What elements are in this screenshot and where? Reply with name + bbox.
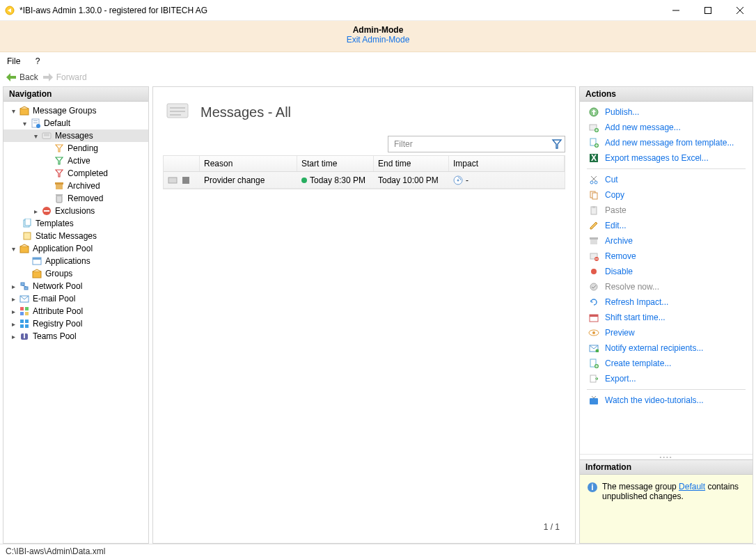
- tree-static-messages[interactable]: Static Messages: [3, 230, 148, 242]
- svg-rect-16: [56, 184, 63, 189]
- svg-rect-69: [590, 237, 598, 239]
- action-export-excel[interactable]: XExport messages to Excel...: [580, 150, 753, 166]
- info-default-link[interactable]: Default: [679, 482, 705, 491]
- tree-network-pool[interactable]: ▸ Network Pool: [3, 280, 148, 292]
- tree-email-pool[interactable]: ▸ E-mail Pool: [3, 292, 148, 305]
- column-start[interactable]: Start time: [297, 156, 374, 171]
- panel-resize-handle[interactable]: ••••: [580, 454, 753, 459]
- menu-bar: File ?: [0, 52, 756, 70]
- back-label: Back: [19, 72, 38, 82]
- funnel-icon[interactable]: [551, 139, 562, 150]
- svg-rect-20: [44, 210, 49, 212]
- network-icon: [19, 281, 30, 292]
- action-add-from-template[interactable]: Add new message from template...: [580, 135, 753, 150]
- cell-reason: Provider change: [200, 174, 297, 187]
- table-row[interactable]: Provider change Today 8:30 PM Today 10:0…: [164, 172, 565, 189]
- action-disable[interactable]: Disable: [580, 264, 753, 279]
- teams-icon: T: [19, 331, 30, 342]
- tree-templates[interactable]: Templates: [3, 217, 148, 230]
- action-add-message[interactable]: Add new message...: [580, 120, 753, 135]
- chevron-down-icon[interactable]: ▾: [9, 107, 17, 115]
- minimize-button[interactable]: [660, 0, 692, 21]
- chevron-right-icon[interactable]: ▸: [31, 207, 40, 215]
- action-copy[interactable]: Copy: [580, 187, 753, 203]
- info-text: The message group Default contains unpub…: [602, 482, 746, 501]
- tree-groups[interactable]: Groups: [3, 267, 148, 280]
- tree-message-groups[interactable]: ▾ Message Groups: [3, 104, 148, 117]
- column-reason[interactable]: Reason: [200, 156, 297, 171]
- svg-line-89: [594, 396, 596, 398]
- tree-attribute-pool[interactable]: ▸ Attribute Pool: [3, 305, 148, 317]
- action-publish[interactable]: Publish...: [580, 104, 753, 120]
- tree-removed[interactable]: Removed: [3, 192, 148, 205]
- chevron-right-icon[interactable]: ▸: [9, 295, 17, 303]
- filter-input[interactable]: [388, 136, 565, 152]
- tree-registry-pool[interactable]: ▸ Registry Pool: [3, 317, 148, 330]
- mail-icon: [19, 293, 30, 304]
- action-notify-external[interactable]: Notify external recipients...: [580, 340, 753, 356]
- tree-teams-pool[interactable]: ▸ T Teams Pool: [3, 330, 148, 343]
- nav-toolbar: Back Forward: [0, 70, 756, 86]
- tree-archived[interactable]: Archived: [3, 180, 148, 192]
- tree-label: Network Pool: [33, 281, 82, 291]
- action-create-template[interactable]: Create template...: [580, 356, 753, 371]
- chevron-right-icon[interactable]: ▸: [9, 333, 17, 340]
- chevron-right-icon[interactable]: ▸: [9, 320, 17, 328]
- tree-applications[interactable]: Applications: [3, 255, 148, 267]
- tree-label: Exclusions: [55, 206, 95, 216]
- tree-label: Messages: [55, 131, 93, 141]
- navigation-tree[interactable]: ▾ Message Groups ▾ Default ▾ Messages Pe…: [3, 102, 148, 543]
- action-cut[interactable]: Cut: [580, 172, 753, 187]
- column-impact[interactable]: Impact: [449, 156, 565, 171]
- menu-help[interactable]: ?: [36, 56, 40, 66]
- action-watch-video[interactable]: Watch the video-tutorials...: [580, 393, 753, 408]
- tree-label: Pending: [68, 143, 98, 153]
- tree-application-pool[interactable]: ▾ Application Pool: [3, 242, 148, 255]
- action-preview[interactable]: Preview: [580, 325, 753, 340]
- chevron-down-icon[interactable]: ▾: [9, 245, 17, 253]
- action-edit[interactable]: Edit...: [580, 218, 753, 233]
- action-resolve-now: Resolve now...: [580, 279, 753, 294]
- status-dot-icon: [301, 178, 307, 183]
- chevron-right-icon[interactable]: ▸: [9, 283, 17, 290]
- svg-rect-46: [168, 178, 177, 183]
- svg-rect-33: [25, 307, 29, 310]
- action-export[interactable]: Export...: [580, 371, 753, 386]
- tree-pending[interactable]: Pending: [3, 142, 148, 155]
- svg-rect-26: [33, 258, 41, 260]
- svg-rect-68: [592, 206, 595, 208]
- action-shift-start[interactable]: Shift start time...: [580, 310, 753, 325]
- close-button[interactable]: [724, 0, 756, 21]
- back-button[interactable]: Back: [6, 72, 38, 82]
- tree-label: Completed: [68, 168, 108, 178]
- svg-rect-38: [20, 324, 24, 328]
- chevron-down-icon[interactable]: ▾: [20, 120, 29, 127]
- tree-default[interactable]: ▾ Default: [3, 117, 148, 129]
- svg-text:X: X: [591, 153, 597, 163]
- action-remove[interactable]: Remove: [580, 249, 753, 264]
- tree-messages[interactable]: ▾ Messages: [3, 129, 148, 142]
- funnel-icon: [54, 168, 65, 179]
- action-archive[interactable]: Archive: [580, 233, 753, 249]
- column-end[interactable]: End time: [374, 156, 449, 171]
- pager: 1 / 1: [163, 518, 565, 536]
- action-refresh-impact[interactable]: Refresh Impact...: [580, 294, 753, 310]
- chevron-right-icon[interactable]: ▸: [9, 308, 17, 315]
- menu-file[interactable]: File: [7, 56, 20, 66]
- column-icons[interactable]: [164, 156, 200, 171]
- chevron-down-icon[interactable]: ▾: [31, 132, 40, 140]
- tree-active[interactable]: Active: [3, 155, 148, 167]
- exit-admin-mode-link[interactable]: Exit Admin-Mode: [347, 35, 410, 45]
- funnel-icon: [54, 155, 65, 166]
- tree-label: Default: [44, 118, 70, 128]
- pencil-icon: [588, 220, 599, 231]
- svg-rect-7: [20, 109, 29, 115]
- tree-label: Applications: [45, 256, 90, 266]
- attribute-icon: [19, 306, 30, 317]
- svg-rect-5: [10, 76, 16, 79]
- trash-icon: [54, 193, 65, 204]
- tree-exclusions[interactable]: ▸ Exclusions: [3, 205, 148, 217]
- maximize-button[interactable]: [692, 0, 724, 21]
- tree-completed[interactable]: Completed: [3, 167, 148, 180]
- row-type-icon: [182, 176, 190, 184]
